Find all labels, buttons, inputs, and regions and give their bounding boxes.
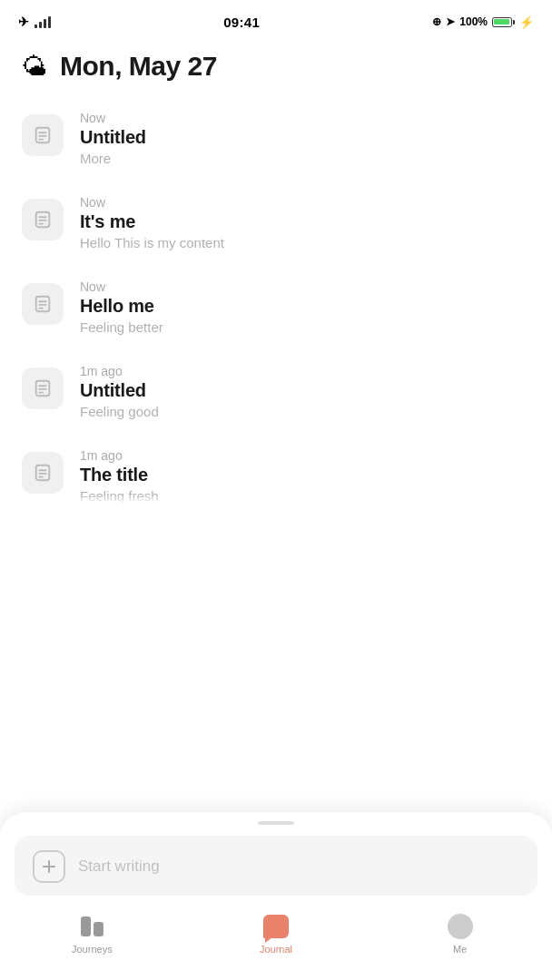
tab-me[interactable]: Me <box>424 914 497 955</box>
entry-doc-icon <box>33 378 53 398</box>
journal-entry[interactable]: Now Hello me Feeling better <box>22 267 530 351</box>
entry-icon-wrap <box>22 199 64 240</box>
entry-doc-icon <box>33 463 53 483</box>
status-left: ✈ <box>18 15 51 29</box>
journal-entry[interactable]: 1m ago Untitled Feeling good <box>22 351 530 436</box>
entry-content: 1m ago The title Feeling fresh <box>80 448 530 504</box>
signal-bar-4 <box>48 16 51 28</box>
sun-icon: 🌤 <box>22 52 47 82</box>
entry-time: 1m ago <box>80 448 530 463</box>
me-tab-icon <box>448 914 473 939</box>
status-time: 09:41 <box>223 15 260 30</box>
entry-preview: More <box>80 151 530 166</box>
entry-title: Hello me <box>80 296 530 317</box>
journal-bubble-icon <box>263 915 289 938</box>
status-right: ⊕ ➤ 100% ⚡ <box>432 15 534 29</box>
entry-doc-icon <box>33 125 53 145</box>
entry-icon-wrap <box>22 452 64 494</box>
entry-time: 1m ago <box>80 364 530 378</box>
location-icon: ⊕ <box>432 15 441 28</box>
journeys-tab-icon <box>79 914 104 939</box>
compose-placeholder: Start writing <box>78 858 160 876</box>
tab-bar: Journeys Journal Me <box>0 906 552 980</box>
tab-journeys[interactable]: Journeys <box>55 914 128 955</box>
entry-doc-icon <box>33 294 53 314</box>
entry-title: Untitled <box>80 127 530 148</box>
journeys-icon <box>81 916 104 936</box>
charging-icon: ⚡ <box>519 15 534 29</box>
journal-entry[interactable]: Now It's me Hello This is my content <box>22 182 530 267</box>
current-date: Mon, May 27 <box>60 51 217 82</box>
entry-content: 1m ago Untitled Feeling good <box>80 364 530 419</box>
journeys-rect-short <box>94 922 104 936</box>
compose-add-icon[interactable] <box>33 850 65 883</box>
signal-bars <box>34 16 51 28</box>
signal-bar-3 <box>44 19 46 28</box>
journal-entry[interactable]: Now Untitled More <box>22 98 530 182</box>
entry-content: Now It's me Hello This is my content <box>80 195 530 250</box>
entry-preview: Feeling fresh <box>80 488 530 504</box>
signal-bar-2 <box>39 22 42 28</box>
entry-preview: Hello This is my content <box>80 235 530 250</box>
entry-time: Now <box>80 195 530 210</box>
entry-icon-wrap <box>22 368 64 409</box>
entry-doc-icon <box>33 210 53 230</box>
entry-time: Now <box>80 111 530 125</box>
entry-title: The title <box>80 465 530 485</box>
me-face-icon <box>448 914 473 939</box>
journal-tab-icon <box>263 914 289 939</box>
status-bar: ✈ 09:41 ⊕ ➤ 100% ⚡ <box>0 0 552 40</box>
plus-icon <box>41 858 57 875</box>
airplane-icon: ✈ <box>18 15 29 29</box>
entry-content: Now Hello me Feeling better <box>80 279 530 335</box>
entry-icon-wrap <box>22 283 64 325</box>
battery-percent: 100% <box>459 15 488 28</box>
entry-icon-wrap <box>22 114 64 156</box>
entry-content: Now Untitled More <box>80 111 530 166</box>
tab-journal[interactable]: Journal <box>240 914 312 955</box>
drag-handle[interactable] <box>258 821 294 825</box>
navigation-icon: ➤ <box>446 15 455 28</box>
me-tab-label: Me <box>453 944 467 955</box>
entry-title: It's me <box>80 211 530 232</box>
journal-tab-label: Journal <box>260 944 292 955</box>
date-header: 🌤 Mon, May 27 <box>0 40 552 98</box>
entry-preview: Feeling better <box>80 319 530 335</box>
journal-entry[interactable]: 1m ago The title Feeling fresh <box>22 436 530 520</box>
entry-time: Now <box>80 279 530 294</box>
journeys-rect-tall <box>81 916 91 936</box>
signal-bar-1 <box>34 24 37 28</box>
entry-title: Untitled <box>80 380 530 401</box>
journeys-tab-label: Journeys <box>72 944 113 955</box>
bottom-sheet: Start writing Journeys Journal <box>0 812 552 980</box>
journal-list: Now Untitled More Now It's me Hello This… <box>0 98 552 520</box>
compose-bar[interactable]: Start writing <box>15 836 537 896</box>
entry-preview: Feeling good <box>80 404 530 419</box>
battery-icon <box>492 17 515 27</box>
